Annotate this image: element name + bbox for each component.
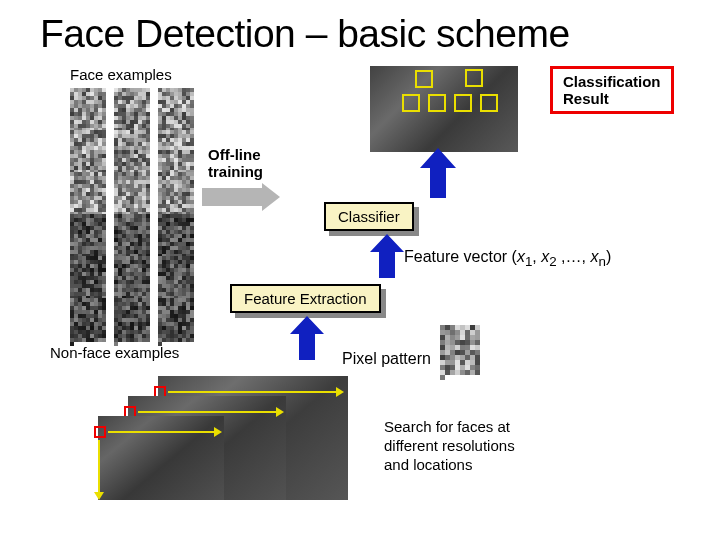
detection-box bbox=[465, 69, 483, 87]
pixel-pattern-label: Pixel pattern bbox=[342, 350, 431, 368]
thumb bbox=[70, 172, 108, 210]
thumb bbox=[114, 214, 152, 252]
crowd-small bbox=[98, 416, 224, 500]
thumb bbox=[70, 298, 108, 336]
svg-marker-1 bbox=[370, 234, 404, 278]
thumb bbox=[114, 256, 152, 294]
thumb bbox=[158, 130, 196, 168]
arrow-classifier-to-result bbox=[420, 148, 460, 204]
feature-extraction-box: Feature Extraction bbox=[230, 284, 381, 313]
svg-marker-2 bbox=[290, 316, 324, 360]
svg-marker-0 bbox=[420, 148, 456, 198]
thumb bbox=[70, 88, 108, 126]
detection-box bbox=[402, 94, 420, 112]
classification-result-box: Classification Result bbox=[550, 66, 674, 114]
detection-box bbox=[454, 94, 472, 112]
thumb bbox=[158, 88, 196, 126]
thumb bbox=[70, 214, 108, 252]
thumb bbox=[70, 256, 108, 294]
thumb bbox=[158, 298, 196, 336]
search-text: Search for faces at different resolution… bbox=[384, 418, 515, 474]
arrow-fe-to-classifier bbox=[370, 234, 406, 284]
slide-title: Face Detection – basic scheme bbox=[40, 12, 570, 56]
crowd-image-result bbox=[370, 66, 518, 152]
classifier-box: Classifier bbox=[324, 202, 414, 231]
thumb bbox=[114, 172, 152, 210]
thumb bbox=[158, 214, 196, 252]
detection-box bbox=[480, 94, 498, 112]
offline-training-label: Off-line training bbox=[208, 146, 263, 180]
detection-box bbox=[415, 70, 433, 88]
thumb bbox=[114, 298, 152, 336]
thumb bbox=[114, 88, 152, 126]
pixel-pattern-thumb bbox=[440, 325, 484, 369]
arrow-pixel-to-fe bbox=[290, 316, 326, 366]
thumb bbox=[114, 130, 152, 168]
detection-box bbox=[428, 94, 446, 112]
thumb bbox=[158, 256, 196, 294]
nonface-examples-label: Non-face examples bbox=[50, 344, 179, 361]
thumb bbox=[70, 130, 108, 168]
face-examples-label: Face examples bbox=[70, 66, 172, 83]
thumb bbox=[158, 172, 196, 210]
scan-window bbox=[94, 426, 106, 438]
feature-vector-label: Feature vector (x1, x2 ,…, xn) bbox=[404, 248, 611, 269]
